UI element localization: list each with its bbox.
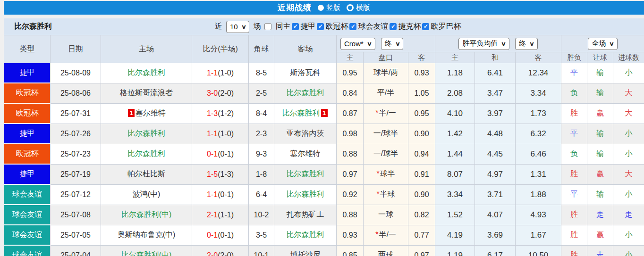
cell-league-type: 欧冠杯 [4, 144, 51, 164]
layout-radio-horizontal[interactable]: 横版 [347, 3, 370, 12]
check-icon: ✓ [351, 23, 356, 30]
scope-select[interactable]: 全场 ∨ [588, 38, 618, 50]
col-header-date: 日期 [51, 35, 101, 63]
cell-result: 胜 [561, 245, 587, 256]
odds-time-select[interactable]: 终 ∨ [381, 38, 404, 50]
cell-avg-lose: 12.34 [516, 63, 561, 83]
cell-league-type: 捷甲 [4, 63, 51, 83]
cell-avg-draw: 3.97 [475, 103, 516, 124]
odds-company-select[interactable]: Crow* ∨ [340, 38, 375, 50]
sub-header-odds-home: 主 [337, 52, 364, 63]
cell-date: 25-07-23 [51, 144, 101, 164]
cell-avg-win: 3.34 [435, 184, 475, 205]
cell-result: 负 [561, 144, 587, 164]
cell-home-team: 帕尔杜比斯 [101, 164, 192, 184]
league-label: 欧罗巴杯 [431, 22, 461, 32]
cell-odds-away: 0.90 [408, 124, 435, 144]
cell-date: 25-07-19 [51, 164, 101, 184]
away-team-name: 博托沙尼 [290, 251, 321, 256]
table-row: 球会友谊25-07-04比尔森胜利(中)2-0(2-0)10-1博托沙尼0.85… [4, 245, 644, 256]
cell-date: 25-08-06 [51, 83, 101, 103]
table-row: 欧冠杯25-08-06格拉斯哥流浪者3-0(2-0)2-5比尔森胜利0.84平/… [4, 83, 644, 103]
layout-radio-vertical[interactable]: 竖版 [318, 3, 340, 12]
cell-away-team: 扎布热矿工 [274, 205, 337, 225]
cell-league-type: 捷甲 [4, 164, 51, 184]
col-header-corners: 角球 [249, 35, 274, 63]
table-row: 欧冠杯25-07-311塞尔维特1-3(1-2)8-4比尔森胜利10.87*半/… [4, 103, 644, 124]
cell-odds-away: 0.90 [408, 184, 435, 205]
table-row: 球会友谊25-07-05奥斯纳布鲁克(中)0-1(0-1)3-5比尔森胜利0.9… [4, 225, 644, 245]
cell-away-team: 亚布洛内茨 [274, 124, 337, 144]
cell-date: 25-07-12 [51, 184, 101, 205]
home-team-name: 比尔森胜利 [127, 68, 165, 76]
cell-away-team: 博托沙尼 [274, 245, 337, 256]
red-card-badge: 1 [321, 109, 328, 117]
cell-date: 25-07-31 [51, 103, 101, 124]
col-header-score: 比分(半场) [192, 35, 249, 63]
cell-home-team: 比尔森胜利 [101, 124, 192, 144]
radio-unselected-icon[interactable] [347, 4, 354, 11]
cell-odds-home: 0.93 [337, 225, 364, 245]
sub-header-avg-draw: 和 [475, 52, 516, 63]
cell-home-team: 比尔森胜利 [101, 144, 192, 164]
cell-corners: 2-5 [249, 83, 274, 103]
cell-date: 25-07-05 [51, 225, 101, 245]
radio-vertical-label[interactable]: 竖版 [326, 3, 340, 12]
league-checkbox-czech-cup[interactable]: ✓ [390, 23, 397, 30]
league-checkbox-champions[interactable]: ✓ [317, 23, 324, 30]
match-count-select[interactable]: 10 ∨ [226, 21, 249, 33]
cell-handicap-result: 输 [587, 83, 613, 103]
cell-handicap: 两球 [364, 245, 408, 256]
avg-time-select[interactable]: 终 ∨ [515, 38, 538, 50]
cell-goals-result: 大 [613, 164, 644, 184]
col-header-away: 客场 [274, 35, 337, 63]
away-team-name: 比尔森胜利 [287, 190, 324, 198]
cell-league-type: 球会友谊 [4, 245, 51, 256]
avg-type-select[interactable]: 胜平负均值 ∨ [458, 38, 509, 50]
same-home-checkbox[interactable] [264, 23, 271, 30]
cell-avg-draw: 6.41 [475, 63, 516, 83]
matches-label: 场 [253, 22, 261, 32]
cell-avg-win: 1.44 [435, 144, 475, 164]
cell-goals-result: 小 [613, 63, 644, 83]
cell-result: 平 [561, 63, 587, 83]
cell-avg-lose: 3.34 [516, 83, 561, 103]
league-label: 欧冠杯 [325, 22, 348, 32]
cell-avg-lose: 4.93 [516, 205, 561, 225]
cell-home-team: 波鸿(中) [101, 184, 192, 205]
cell-avg-draw: 4.45 [475, 144, 516, 164]
league-checkbox-europa[interactable]: ✓ [422, 23, 429, 30]
cell-goals-result: 小 [613, 245, 644, 256]
cell-handicap-result: 输 [587, 184, 613, 205]
cell-home-team: 比尔森胜利 [101, 63, 192, 83]
cell-score: 1-1(1-0) [192, 124, 249, 144]
table-row: 球会友谊25-07-08比尔森胜利(中)2-1(1-1)10-2扎布热矿工0.8… [4, 205, 644, 225]
cell-odds-away: 0.94 [408, 144, 435, 164]
cell-score: 1-5(1-3) [192, 164, 249, 184]
league-checkbox-friendly[interactable]: ✓ [349, 23, 356, 30]
radio-horizontal-label[interactable]: 横版 [356, 3, 370, 12]
cell-score: 1-1(0-1) [192, 184, 249, 205]
away-team-name: 塞尔维特 [290, 149, 321, 157]
league-checkbox-jiajia[interactable]: ✓ [292, 23, 299, 30]
cell-handicap-result: 赢 [587, 164, 613, 184]
odds-select-group: Crow* ∨ 终 ∨ [337, 35, 435, 52]
home-team-name: 格拉斯哥流浪者 [120, 89, 173, 97]
chevron-down-icon: ∨ [367, 41, 372, 47]
cell-corners: 8-4 [249, 103, 274, 124]
cell-score: 0-1(0-1) [192, 225, 249, 245]
star-icon: * [376, 190, 379, 198]
cell-home-team: 奥斯纳布鲁克(中) [101, 225, 192, 245]
radio-selected-icon[interactable] [318, 5, 324, 11]
cell-away-team: 比尔森胜利 [274, 184, 337, 205]
cell-handicap: *半/一 [364, 103, 408, 124]
cell-handicap: 一/球半 [364, 144, 408, 164]
cell-corners: 8-5 [249, 63, 274, 83]
cell-result: 胜 [561, 164, 587, 184]
sub-header-result: 胜负 [561, 52, 587, 63]
away-team-name: 比尔森胜利 [287, 170, 324, 178]
table-row: 欧冠杯25-07-23比尔森胜利0-1(0-1)9-3塞尔维特0.88一/球半0… [4, 144, 644, 164]
sub-header-handicap: 盘口 [364, 52, 408, 63]
table-row: 捷甲25-08-09比尔森胜利1-1(1-0)8-5斯洛瓦科0.95球半/两0.… [4, 63, 644, 83]
cell-odds-home: 0.85 [337, 245, 364, 256]
